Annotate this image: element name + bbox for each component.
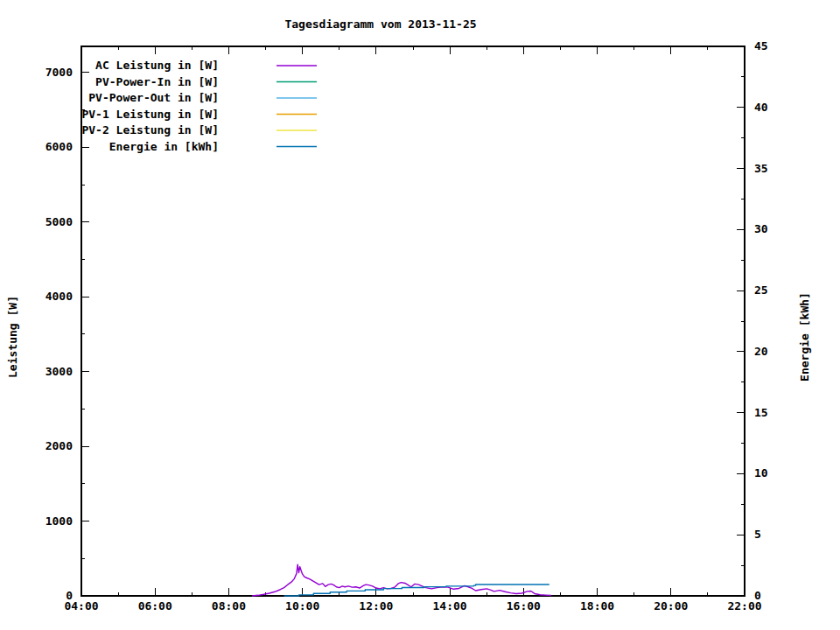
legend-label: PV-Power-In in [W] — [95, 75, 219, 88]
y-right-tick-label: 25 — [754, 284, 768, 297]
y-right-tick-label: 0 — [754, 589, 761, 602]
x-tick-label: 08:00 — [212, 599, 246, 612]
y-right-tick-label: 30 — [754, 222, 768, 235]
x-tick-label: 12:00 — [359, 599, 393, 612]
x-tick-label: 06:00 — [138, 599, 172, 612]
x-tick-label: 14:00 — [433, 599, 467, 612]
plot-area: 04:0006:0008:0010:0012:0014:0016:0018:00… — [0, 0, 840, 630]
legend-label: Energie in [kWh] — [109, 140, 219, 153]
x-tick-label: 10:00 — [285, 599, 319, 612]
y-left-tick-label: 0 — [66, 589, 73, 602]
x-tick-label: 16:00 — [507, 599, 541, 612]
y-left-tick-label: 1000 — [46, 514, 73, 528]
legend-label: PV-Power-Out in [W] — [88, 91, 219, 104]
legend-label: PV-1 Leistung in [W] — [81, 108, 219, 121]
legend-label: AC Leistung in [W] — [95, 59, 219, 72]
series-line-energie-in-kwh — [284, 584, 550, 596]
y-right-tick-label: 5 — [754, 528, 761, 541]
y-right-tick-label: 40 — [754, 101, 768, 114]
y-left-tick-label: 3000 — [46, 365, 73, 378]
x-tick-label: 18:00 — [580, 599, 614, 612]
y-left-tick-label: 6000 — [46, 140, 73, 153]
y-right-tick-label: 15 — [754, 406, 768, 419]
legend-label: PV-2 Leistung in [W] — [81, 123, 219, 136]
y-left-tick-label: 2000 — [46, 439, 73, 452]
y-left-tick-label: 7000 — [46, 66, 73, 79]
y-left-tick-label: 4000 — [46, 290, 73, 303]
series-line-ac-leistung-in-w — [252, 564, 551, 596]
y-right-tick-label: 20 — [754, 345, 768, 358]
y-right-tick-label: 35 — [754, 162, 768, 175]
y-right-tick-label: 45 — [754, 39, 768, 52]
x-tick-label: 20:00 — [654, 599, 688, 612]
chart-canvas: Tagesdiagramm vom 2013-11-25 Leistung [W… — [0, 0, 840, 630]
y-left-tick-label: 5000 — [46, 215, 73, 228]
y-right-tick-label: 10 — [754, 466, 768, 480]
